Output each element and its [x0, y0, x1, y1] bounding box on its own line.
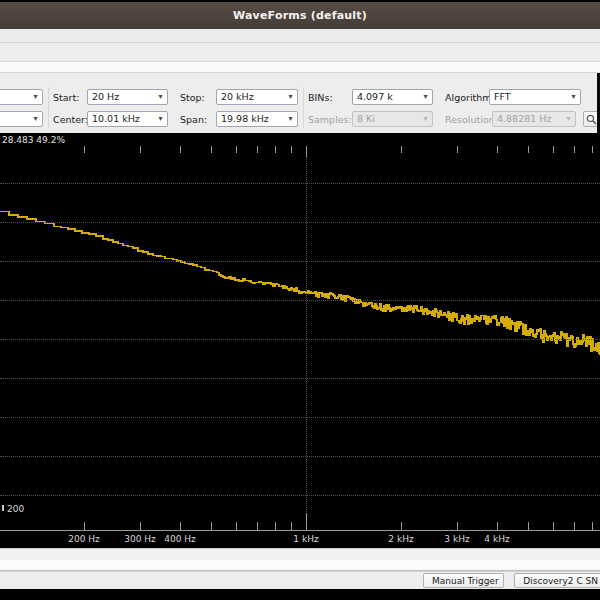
x-minor-tick [528, 522, 529, 530]
samples-label: Samples: [308, 111, 352, 129]
x-minor-tick [574, 146, 575, 153]
grid-line-vertical [306, 146, 307, 530]
x-minor-tick [457, 146, 458, 153]
spectrum-controls: ▾ ▾ Start: 20 Hz▾ Stop: 20 kHz▾ BINs: 4.… [0, 73, 600, 133]
x-minor-tick [457, 522, 458, 530]
start-label: Start: [53, 89, 79, 107]
bins-select[interactable]: 4.097 k▾ [352, 89, 433, 105]
chevron-down-icon: ▾ [154, 90, 167, 104]
x-minor-tick [180, 146, 181, 153]
screen-edge [0, 589, 600, 600]
magnifier-icon [586, 114, 597, 125]
status-bar: Manual Trigger Discovery2 C SN [0, 572, 600, 589]
span-label: Span: [180, 111, 207, 129]
chevron-down-icon: ▾ [567, 90, 580, 104]
chevron-down-icon: ▾ [154, 112, 167, 126]
chevron-down-icon: ▾ [284, 112, 297, 126]
x-minor-tick [211, 146, 212, 153]
x-minor-tick [236, 522, 237, 530]
x-minor-tick [592, 146, 593, 153]
x-minor-tick [291, 522, 292, 530]
grid-line-horizontal [0, 183, 600, 184]
x-minor-tick [140, 522, 141, 530]
center-label: Center: [53, 111, 88, 129]
manual-trigger-button[interactable]: Manual Trigger [423, 573, 504, 588]
grid-line-horizontal [0, 339, 600, 340]
x-axis-label: 2 kHz [388, 534, 413, 544]
x-axis-label: 200 Hz [68, 534, 100, 544]
algorithm-label: Algorithm: [445, 89, 495, 107]
x-minor-tick [553, 522, 554, 530]
trace-select[interactable]: ▾ [0, 89, 43, 105]
chevron-down-icon: ▾ [562, 112, 575, 126]
x-minor-tick [291, 146, 292, 153]
grid-line-horizontal [0, 456, 600, 457]
x-minor-tick [553, 146, 554, 153]
x-minor-tick [497, 522, 498, 530]
samples-select: 8 Ki▾ [352, 111, 433, 127]
stop-label: Stop: [180, 89, 205, 107]
grid-line-horizontal [0, 378, 600, 379]
x-minor-tick [180, 522, 181, 530]
stop-select[interactable]: 20 kHz▾ [216, 89, 298, 105]
x-minor-tick [592, 522, 593, 530]
x-minor-tick [211, 522, 212, 530]
scale-select[interactable]: ▾ [0, 111, 43, 127]
chevron-down-icon: ▾ [284, 90, 297, 104]
chevron-down-icon: ▾ [419, 112, 432, 126]
x-major-tick [306, 146, 307, 157]
grid-line-horizontal [0, 417, 600, 418]
x-minor-tick [257, 146, 258, 153]
grid-line-horizontal [0, 495, 600, 496]
x-minor-tick [275, 146, 276, 153]
x-minor-tick [140, 146, 141, 153]
x-axis-label: 4 kHz [484, 534, 509, 544]
x-minor-tick [84, 146, 85, 153]
x-minor-tick [84, 522, 85, 530]
x-minor-tick [528, 146, 529, 153]
x-minor-tick [574, 522, 575, 530]
separator [48, 87, 49, 129]
device-button[interactable]: Discovery2 C SN [514, 573, 600, 588]
x-minor-tick [401, 522, 402, 530]
panel-strip [0, 62, 600, 73]
resolution-label: Resolution: [445, 111, 498, 129]
x-axis-label: 3 kHz [444, 534, 469, 544]
x-minor-tick [275, 522, 276, 530]
x-minor-tick [497, 146, 498, 153]
lower-strip [0, 560, 600, 570]
x-major-tick [306, 513, 307, 530]
start-select[interactable]: 20 Hz▾ [87, 89, 168, 105]
title-bar[interactable]: WaveForms (default) [0, 2, 600, 29]
x-axis-label: 300 Hz [124, 534, 156, 544]
menu-bar [0, 29, 600, 43]
top-toolbar [0, 43, 600, 62]
grid-line-horizontal [0, 300, 600, 301]
algorithm-select[interactable]: FFT▾ [489, 89, 581, 105]
screen: { "window": { "title": "WaveForms (defau… [0, 0, 600, 600]
center-select[interactable]: 10.01 kHz▾ [87, 111, 168, 127]
x-axis-label: 400 Hz [164, 534, 196, 544]
chevron-down-icon: ▾ [29, 112, 42, 126]
x-axis-label: 1 kHz [293, 534, 318, 544]
spectrum-trace [0, 133, 600, 533]
resolution-select: 4.88281 Hz▾ [492, 111, 576, 127]
spectrum-plot-area[interactable]: 28.483 49.2% 200 200 Hz300 Hz400 Hz1 kHz… [0, 133, 600, 548]
grid-line-horizontal [0, 222, 600, 223]
separator [303, 87, 304, 129]
plot-footer-strip [0, 548, 600, 560]
span-select[interactable]: 19.98 kHz▾ [216, 111, 298, 127]
x-minor-tick [401, 146, 402, 153]
x-minor-tick [236, 146, 237, 153]
bins-label: BINs: [308, 89, 333, 107]
grid-line-horizontal [0, 261, 600, 262]
chevron-down-icon: ▾ [419, 90, 432, 104]
chevron-down-icon: ▾ [29, 90, 42, 104]
window-title: WaveForms (default) [233, 9, 367, 22]
x-minor-tick [257, 522, 258, 530]
